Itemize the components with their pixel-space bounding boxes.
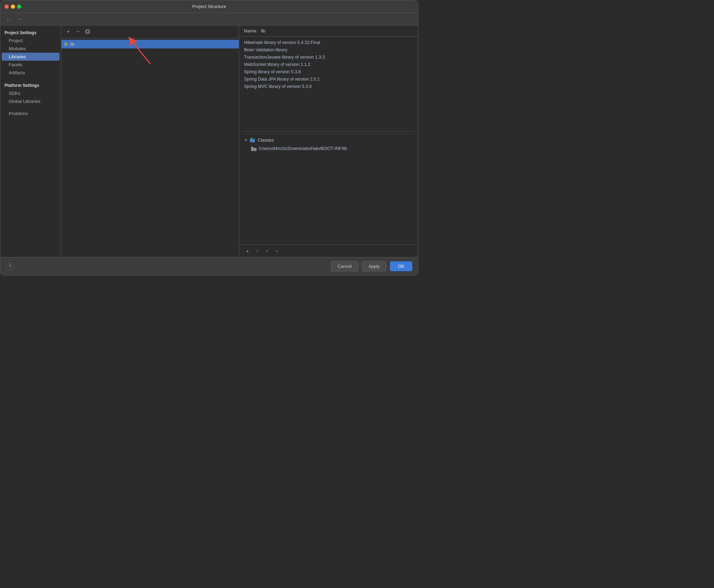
apply-button[interactable]: Apply xyxy=(362,261,387,271)
bottom-right-buttons: Cancel Apply OK xyxy=(331,261,412,271)
right-bottom-toolbar: + + + − xyxy=(239,244,418,257)
sidebar-item-modules[interactable]: Modules xyxy=(2,45,60,53)
project-settings-header: Project Settings xyxy=(0,28,61,37)
classes-label: Classes xyxy=(258,137,274,143)
copy-library-button[interactable] xyxy=(84,28,92,36)
library-item-label: lib xyxy=(70,42,75,47)
library-entry-0[interactable]: Hibernate library of version 5.4.32.Fina… xyxy=(244,39,413,46)
traffic-lights xyxy=(5,5,21,9)
right-panel: Name: lib Hibernate library of version 5… xyxy=(239,25,418,257)
classes-path-item[interactable]: /Users/d4m1ts/Downloads/Halo/BOOT-INF/li… xyxy=(251,145,413,152)
main-content: Project Settings Project Modules Librari… xyxy=(0,25,418,257)
folder-icon xyxy=(251,146,257,151)
svg-rect-1 xyxy=(86,30,90,33)
library-entry-2[interactable]: TransactionJavaee library of version 1.3… xyxy=(244,54,413,60)
sidebar: Project Settings Project Modules Librari… xyxy=(0,25,61,257)
library-entry-6[interactable]: Spring MVC library of version 5.3.8 xyxy=(244,83,413,90)
sidebar-item-project[interactable]: Project xyxy=(2,37,60,45)
back-button[interactable]: ← xyxy=(5,15,13,23)
library-entry-1[interactable]: Bean Validation library xyxy=(244,47,413,53)
chevron-down-icon: ▼ xyxy=(244,138,248,142)
remove-classes-button[interactable]: − xyxy=(273,247,281,255)
center-panel: + − lib xyxy=(61,25,239,257)
sidebar-item-libraries[interactable]: Libraries xyxy=(2,53,60,61)
classes-content: /Users/d4m1ts/Downloads/Halo/BOOT-INF/li… xyxy=(244,144,413,153)
center-toolbar: + − xyxy=(61,25,239,38)
panel-wrapper: + − lib xyxy=(61,25,418,257)
name-label: Name: xyxy=(244,28,257,33)
classes-icon xyxy=(250,138,256,143)
library-icon xyxy=(64,42,68,47)
library-item-lib[interactable]: lib xyxy=(61,40,239,48)
library-entry-4[interactable]: Spring library of version 5.3.8 xyxy=(244,69,413,75)
close-button[interactable] xyxy=(5,5,9,9)
classes-header[interactable]: ▼ Classes xyxy=(244,136,413,144)
bottom-bar: ? Cancel Apply OK xyxy=(0,257,418,275)
window-title: Project Structure xyxy=(192,4,226,9)
library-entries: Hibernate library of version 5.4.32.Fina… xyxy=(239,37,418,131)
ok-button[interactable]: OK xyxy=(390,261,412,271)
library-list: lib xyxy=(61,38,239,257)
sidebar-item-global-libraries[interactable]: Global Libraries xyxy=(2,97,60,105)
maximize-button[interactable] xyxy=(17,5,21,9)
add-classes-orange-button[interactable]: + xyxy=(263,247,271,255)
titlebar: Project Structure xyxy=(0,0,418,13)
add-library-button[interactable]: + xyxy=(64,28,73,36)
svg-rect-2 xyxy=(86,30,89,33)
sidebar-item-problems[interactable]: Problems xyxy=(2,110,60,118)
library-entry-5[interactable]: Spring Data JPA library of version 2.5.1 xyxy=(244,76,413,82)
navbar: ← → xyxy=(0,13,418,25)
library-entry-3[interactable]: WebSocket library of version 1.1.2 xyxy=(244,61,413,68)
classes-path-text: /Users/d4m1ts/Downloads/Halo/BOOT-INF/li… xyxy=(259,146,347,151)
remove-library-button[interactable]: − xyxy=(74,28,82,36)
sidebar-item-sdks[interactable]: SDKs xyxy=(2,89,60,97)
help-button[interactable]: ? xyxy=(6,262,14,271)
svg-rect-3 xyxy=(250,139,255,142)
classes-section: ▼ Classes /Users/d4m1ts/Downloads/Halo/B… xyxy=(239,131,418,155)
add-classes-alt-button[interactable]: + xyxy=(253,247,261,255)
minimize-button[interactable] xyxy=(11,5,15,9)
platform-settings-header: Platform Settings xyxy=(0,81,61,89)
sidebar-item-artifacts[interactable]: Artifacts xyxy=(2,69,60,77)
add-classes-button[interactable]: + xyxy=(243,247,252,255)
forward-button[interactable]: → xyxy=(16,15,24,23)
name-value: lib xyxy=(261,28,413,33)
sidebar-item-facets[interactable]: Facets xyxy=(2,61,60,69)
cancel-button[interactable]: Cancel xyxy=(331,261,358,271)
name-row: Name: lib xyxy=(239,25,418,37)
svg-rect-4 xyxy=(251,138,252,139)
